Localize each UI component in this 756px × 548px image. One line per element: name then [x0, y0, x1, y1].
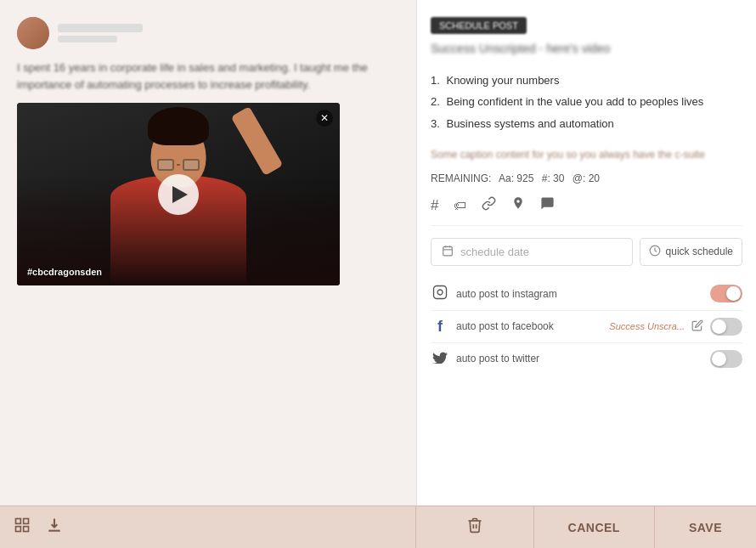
schedule-label-top: SCHEDULE POST	[431, 17, 527, 34]
schedule-date-placeholder: schedule date	[460, 246, 529, 258]
hashtag-icon[interactable]: #	[431, 197, 438, 214]
footer-right: CANCEL SAVE	[416, 506, 756, 548]
facebook-page-name: Success Unscra...	[609, 321, 685, 331]
svg-rect-10	[16, 527, 21, 532]
left-panel: I spent 16 years in corporate life in sa…	[0, 0, 416, 506]
post-text: I spent 16 years in corporate life in sa…	[17, 59, 399, 93]
link-icon[interactable]	[482, 196, 496, 215]
svg-rect-7	[16, 519, 21, 524]
footer-center	[416, 506, 533, 548]
trash-icon[interactable]	[466, 517, 483, 538]
instagram-row: auto post to instagram	[431, 278, 742, 311]
main-container: I spent 16 years in corporate life in sa…	[0, 0, 756, 506]
video-close-button[interactable]: ✕	[316, 110, 333, 127]
twitter-row: auto post to twitter	[431, 343, 742, 375]
suggestion-text: Some caption content for you so you alwa…	[431, 148, 742, 162]
video-hashtag: #cbcdragonsden	[27, 267, 102, 277]
comment-icon[interactable]	[540, 196, 555, 215]
svg-rect-5	[434, 285, 447, 298]
cancel-button[interactable]: CANCEL	[533, 506, 654, 548]
save-button[interactable]: SAVE	[654, 506, 756, 548]
clock-icon	[649, 245, 661, 259]
author-handle	[58, 36, 117, 42]
numbered-list: 1. Knowing your numbers 2. Being confide…	[431, 70, 742, 135]
author-info	[58, 24, 143, 42]
calendar-icon	[442, 245, 454, 259]
tag-icon[interactable]: 🏷	[454, 198, 466, 212]
facebook-toggle[interactable]	[710, 318, 742, 336]
svg-rect-8	[24, 519, 29, 524]
grid-icon[interactable]	[14, 517, 31, 538]
twitter-icon	[431, 351, 449, 367]
toolbar-icons: # 🏷	[431, 196, 742, 226]
schedule-date-field[interactable]: schedule date	[431, 238, 633, 266]
quick-schedule-label: quick schedule	[666, 246, 733, 257]
edit-icon[interactable]	[691, 319, 703, 334]
download-icon[interactable]	[46, 517, 63, 538]
svg-rect-9	[24, 527, 29, 532]
twitter-label: auto post to twitter	[456, 353, 703, 364]
list-item: 2. Being confident in the value you add …	[431, 91, 742, 113]
quick-schedule-button[interactable]: quick schedule	[640, 238, 742, 266]
instagram-icon	[431, 285, 449, 303]
schedule-row: schedule date quick schedule	[431, 238, 742, 266]
twitter-toggle[interactable]	[710, 350, 742, 368]
location-icon[interactable]	[511, 196, 525, 214]
facebook-label: auto post to facebook	[456, 320, 602, 332]
avatar	[17, 17, 49, 49]
right-panel: SCHEDULE POST Success Unscripted - here'…	[416, 0, 756, 506]
instagram-label: auto post to instagram	[456, 288, 703, 300]
post-title-blur: Success Unscripted - here's video	[431, 41, 742, 58]
author-name	[58, 24, 143, 32]
play-button[interactable]	[158, 174, 199, 215]
facebook-icon: f	[431, 318, 449, 336]
instagram-toggle[interactable]	[710, 285, 742, 302]
list-item: 3. Business systems and automation	[431, 113, 742, 135]
video-thumbnail: ✕ #cbcdragonsden	[17, 103, 340, 285]
remaining-bar: REMAINING: Aa: 925 #: 30 @: 20	[431, 172, 742, 184]
list-item: 1. Knowing your numbers	[431, 70, 742, 92]
svg-rect-0	[443, 246, 453, 256]
facebook-row: f auto post to facebook Success Unscra..…	[431, 311, 742, 343]
post-author	[17, 17, 399, 49]
footer-left	[0, 506, 416, 548]
footer: CANCEL SAVE	[0, 506, 756, 548]
